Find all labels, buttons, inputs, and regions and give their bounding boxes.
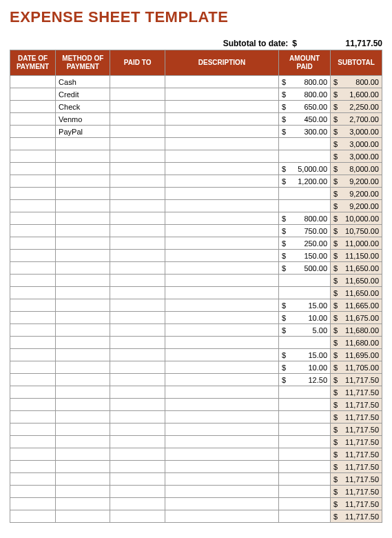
cell-amount[interactable]: $800.00 [279,88,331,101]
cell-amount[interactable]: $150.00 [279,250,331,262]
cell-date[interactable] [10,113,56,126]
cell-date[interactable] [10,498,56,510]
cell-paidto[interactable] [110,287,165,299]
cell-date[interactable] [10,312,56,324]
cell-method[interactable] [56,411,110,424]
cell-method[interactable] [56,250,110,262]
cell-method[interactable] [56,312,110,324]
cell-amount[interactable] [279,200,331,212]
cell-paidto[interactable] [110,411,165,424]
cell-amount[interactable]: $300.00 [279,126,331,138]
cell-paidto[interactable] [110,448,165,461]
cell-amount[interactable] [279,424,331,436]
cell-paidto[interactable] [110,424,165,436]
cell-date[interactable] [10,163,56,175]
cell-paidto[interactable] [110,262,165,275]
cell-method[interactable] [56,337,110,349]
cell-date[interactable] [10,250,56,262]
cell-method[interactable] [56,188,110,200]
cell-method[interactable] [56,275,110,287]
cell-method[interactable] [56,200,110,212]
cell-amount[interactable] [279,337,331,349]
cell-paidto[interactable] [110,225,165,237]
cell-method[interactable]: PayPal [56,126,110,138]
cell-method[interactable] [56,299,110,312]
cell-method[interactable] [56,138,110,150]
cell-amount[interactable] [279,461,331,473]
cell-paidto[interactable] [110,76,165,88]
cell-date[interactable] [10,88,56,101]
cell-amount[interactable] [279,138,331,150]
cell-amount[interactable]: $12.50 [279,374,331,386]
cell-desc[interactable] [165,287,278,299]
cell-paidto[interactable] [110,498,165,510]
cell-paidto[interactable] [110,374,165,386]
cell-desc[interactable] [165,361,278,374]
cell-paidto[interactable] [110,436,165,448]
cell-amount[interactable]: $450.00 [279,113,331,126]
cell-paidto[interactable] [110,101,165,113]
cell-date[interactable] [10,262,56,275]
cell-paidto[interactable] [110,150,165,163]
cell-paidto[interactable] [110,361,165,374]
cell-date[interactable] [10,299,56,312]
cell-desc[interactable] [165,138,278,150]
cell-desc[interactable] [165,461,278,473]
cell-paidto[interactable] [110,188,165,200]
cell-amount[interactable] [279,399,331,411]
cell-desc[interactable] [165,473,278,486]
cell-desc[interactable] [165,113,278,126]
cell-desc[interactable] [165,399,278,411]
cell-paidto[interactable] [110,337,165,349]
cell-desc[interactable] [165,411,278,424]
cell-paidto[interactable] [110,126,165,138]
cell-date[interactable] [10,138,56,150]
cell-paidto[interactable] [110,163,165,175]
cell-paidto[interactable] [110,386,165,399]
cell-desc[interactable] [165,349,278,361]
cell-date[interactable] [10,510,56,523]
cell-method[interactable] [56,212,110,225]
cell-amount[interactable] [279,436,331,448]
cell-amount[interactable] [279,498,331,510]
cell-amount[interactable] [279,510,331,523]
cell-amount[interactable]: $650.00 [279,101,331,113]
cell-desc[interactable] [165,237,278,250]
cell-desc[interactable] [165,250,278,262]
cell-method[interactable] [56,237,110,250]
cell-paidto[interactable] [110,349,165,361]
cell-date[interactable] [10,212,56,225]
cell-date[interactable] [10,275,56,287]
cell-desc[interactable] [165,200,278,212]
cell-paidto[interactable] [110,212,165,225]
cell-date[interactable] [10,150,56,163]
cell-amount[interactable]: $5.00 [279,324,331,337]
cell-method[interactable]: Check [56,101,110,113]
cell-method[interactable] [56,175,110,188]
cell-date[interactable] [10,448,56,461]
cell-paidto[interactable] [110,138,165,150]
cell-amount[interactable] [279,275,331,287]
cell-desc[interactable] [165,448,278,461]
cell-method[interactable] [56,486,110,498]
cell-desc[interactable] [165,225,278,237]
cell-desc[interactable] [165,374,278,386]
cell-amount[interactable] [279,473,331,486]
cell-amount[interactable]: $750.00 [279,225,331,237]
cell-method[interactable] [56,498,110,510]
cell-method[interactable]: Cash [56,76,110,88]
cell-amount[interactable] [279,411,331,424]
cell-desc[interactable] [165,212,278,225]
cell-date[interactable] [10,188,56,200]
cell-date[interactable] [10,237,56,250]
cell-desc[interactable] [165,76,278,88]
cell-desc[interactable] [165,436,278,448]
cell-desc[interactable] [165,163,278,175]
cell-paidto[interactable] [110,324,165,337]
cell-date[interactable] [10,324,56,337]
cell-paidto[interactable] [110,473,165,486]
cell-date[interactable] [10,374,56,386]
cell-amount[interactable]: $500.00 [279,262,331,275]
cell-desc[interactable] [165,275,278,287]
cell-date[interactable] [10,386,56,399]
